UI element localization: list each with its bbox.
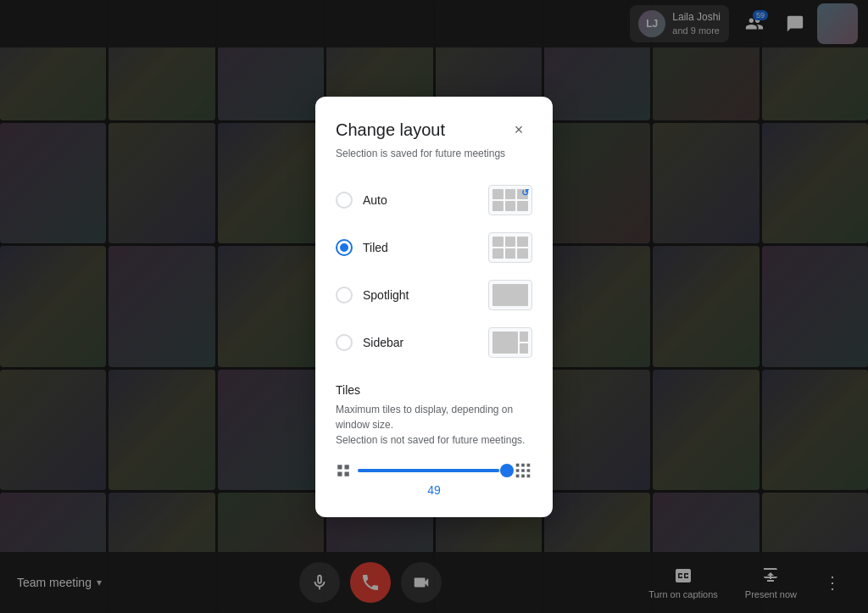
modal-title: Change layout [336,120,445,140]
layout-option-auto[interactable]: Auto ↺ [336,176,532,224]
tiles-slider[interactable] [358,462,507,479]
layout-icon-auto: ↺ [488,185,532,215]
layout-icon-tiled [488,232,532,263]
slider-row [336,461,532,480]
layout-icon-spotlight [488,280,532,310]
layout-label-auto: Auto [363,193,387,207]
tiles-section: Tiles Maximum tiles to display, dependin… [336,383,532,497]
radio-auto[interactable] [336,192,353,209]
layout-label-tiled: Tiled [363,241,388,254]
radio-sidebar[interactable] [336,334,353,351]
layout-option-spotlight[interactable]: Spotlight [336,271,532,319]
modal-header: Change layout × [336,117,532,144]
radio-spotlight[interactable] [336,287,353,304]
radio-tiled[interactable] [336,239,353,256]
tiles-desc: Maximum tiles to display, depending on w… [336,402,532,448]
layout-option-sidebar[interactable]: Sidebar [336,319,532,366]
modal-overlay: Change layout × Selection is saved for f… [0,0,868,613]
layout-options: Auto ↺ Tiled [336,176,532,366]
slider-value: 49 [336,483,532,497]
grid-small-icon [336,463,351,478]
layout-label-spotlight: Spotlight [363,288,409,302]
change-layout-modal: Change layout × Selection is saved for f… [315,97,553,517]
layout-option-tiled[interactable]: Tiled [336,224,532,271]
tiles-title: Tiles [336,383,532,397]
close-button[interactable]: × [505,117,532,144]
grid-large-icon [514,461,532,480]
layout-icon-sidebar [488,327,532,358]
layout-label-sidebar: Sidebar [363,336,403,349]
refresh-icon: ↺ [521,187,529,198]
modal-subtitle: Selection is saved for future meetings [336,148,532,159]
